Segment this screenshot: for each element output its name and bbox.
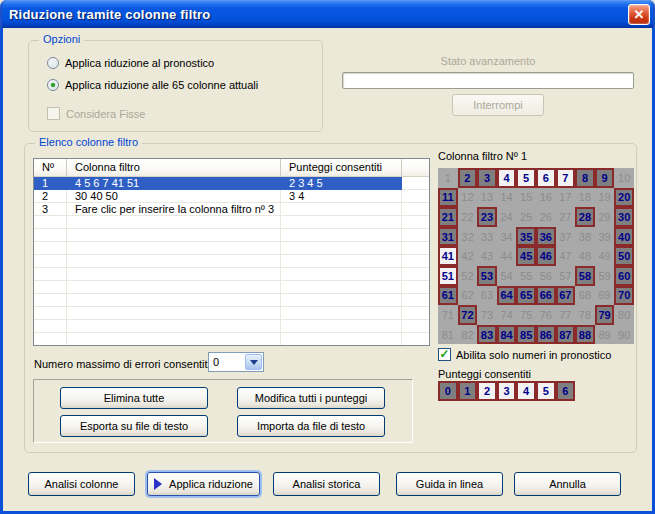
grid-number-cell[interactable]: 74 (497, 305, 517, 325)
grid-number-cell[interactable]: 80 (614, 305, 634, 325)
grid-number-cell[interactable]: 62 (458, 286, 478, 306)
checkbox-abilita-pronostico[interactable]: ✓ Abilita solo numeri in pronostico (438, 348, 611, 361)
radio-option[interactable]: Applica riduzione al pronostico (47, 57, 214, 69)
grid-number-cell[interactable]: 29 (595, 207, 615, 227)
punteggi-cell[interactable]: 3 (497, 381, 517, 401)
grid-number-cell[interactable]: 55 (516, 266, 536, 286)
column-header[interactable]: Punteggi consentiti (281, 159, 402, 176)
footer-button[interactable]: Guida in linea (396, 472, 503, 496)
punteggi-cell[interactable]: 0 (438, 381, 458, 401)
grid-number-cell[interactable]: 75 (516, 305, 536, 325)
footer-button[interactable]: Analisi colonne (28, 472, 135, 496)
grid-number-cell[interactable]: 8 (575, 168, 595, 188)
grid-number-cell[interactable]: 73 (477, 305, 497, 325)
checkbox-box[interactable]: ✓ (438, 348, 451, 361)
grid-number-cell[interactable]: 69 (595, 286, 615, 306)
grid-number-cell[interactable]: 6 (536, 168, 556, 188)
grid-number-cell[interactable]: 72 (458, 305, 478, 325)
grid-number-cell[interactable]: 61 (438, 286, 458, 306)
grid-number-cell[interactable]: 20 (614, 188, 634, 208)
grid-number-cell[interactable]: 53 (477, 266, 497, 286)
footer-button[interactable]: Analisi storica (273, 472, 380, 496)
grid-number-cell[interactable]: 25 (516, 207, 536, 227)
grid-number-cell[interactable]: 26 (536, 207, 556, 227)
grid-number-cell[interactable]: 32 (458, 227, 478, 247)
grid-number-cell[interactable]: 35 (516, 227, 536, 247)
table-row[interactable] (34, 255, 429, 268)
grid-number-cell[interactable]: 40 (614, 227, 634, 247)
grid-number-cell[interactable]: 87 (556, 325, 576, 345)
table-row[interactable] (34, 268, 429, 281)
grid-number-cell[interactable]: 49 (595, 246, 615, 266)
combo-dropdown-arrow-icon[interactable] (245, 354, 262, 370)
grid-number-cell[interactable]: 11 (438, 188, 458, 208)
grid-number-cell[interactable]: 1 (438, 168, 458, 188)
grid-number-cell[interactable]: 36 (536, 227, 556, 247)
filter-columns-table[interactable]: NºColonna filtroPunteggi consentiti 14 5… (33, 158, 430, 346)
grid-number-cell[interactable]: 45 (516, 246, 536, 266)
action-button[interactable]: Esporta su file di testo (60, 415, 208, 437)
table-row[interactable]: 14 5 6 7 41 512 3 4 5 (34, 177, 429, 190)
grid-number-cell[interactable]: 37 (556, 227, 576, 247)
grid-number-cell[interactable]: 65 (516, 286, 536, 306)
grid-number-cell[interactable]: 46 (536, 246, 556, 266)
grid-number-cell[interactable]: 18 (575, 188, 595, 208)
grid-number-cell[interactable]: 2 (458, 168, 478, 188)
grid-number-cell[interactable]: 33 (477, 227, 497, 247)
grid-number-cell[interactable]: 9 (595, 168, 615, 188)
grid-number-cell[interactable]: 84 (497, 325, 517, 345)
grid-number-cell[interactable]: 22 (458, 207, 478, 227)
grid-number-cell[interactable]: 82 (458, 325, 478, 345)
grid-number-cell[interactable]: 47 (556, 246, 576, 266)
grid-number-cell[interactable]: 90 (614, 325, 634, 345)
grid-number-cell[interactable]: 81 (438, 325, 458, 345)
grid-number-cell[interactable]: 10 (614, 168, 634, 188)
radio-option[interactable]: Applica riduzione alle 65 colonne attual… (47, 79, 258, 91)
radio-icon[interactable] (47, 79, 59, 91)
grid-number-cell[interactable]: 50 (614, 246, 634, 266)
grid-number-cell[interactable]: 57 (556, 266, 576, 286)
action-button[interactable]: Modifica tutti i punteggi (237, 387, 385, 409)
grid-number-cell[interactable]: 31 (438, 227, 458, 247)
grid-number-cell[interactable]: 24 (497, 207, 517, 227)
grid-number-cell[interactable]: 79 (595, 305, 615, 325)
grid-number-cell[interactable]: 86 (536, 325, 556, 345)
grid-number-cell[interactable]: 63 (477, 286, 497, 306)
grid-number-cell[interactable]: 17 (556, 188, 576, 208)
grid-number-cell[interactable]: 27 (556, 207, 576, 227)
punteggi-cell[interactable]: 5 (536, 381, 556, 401)
grid-number-cell[interactable]: 7 (556, 168, 576, 188)
max-errors-combobox[interactable]: 0 (208, 352, 264, 372)
grid-number-cell[interactable]: 78 (575, 305, 595, 325)
grid-number-cell[interactable]: 59 (595, 266, 615, 286)
table-row[interactable] (34, 229, 429, 242)
grid-number-cell[interactable]: 3 (477, 168, 497, 188)
grid-number-cell[interactable]: 56 (536, 266, 556, 286)
grid-number-cell[interactable]: 21 (438, 207, 458, 227)
table-row[interactable] (34, 294, 429, 307)
column-header[interactable]: Nº (34, 159, 67, 176)
grid-number-cell[interactable]: 77 (556, 305, 576, 325)
punteggi-cell[interactable]: 6 (556, 381, 576, 401)
grid-number-cell[interactable]: 68 (575, 286, 595, 306)
grid-number-cell[interactable]: 71 (438, 305, 458, 325)
grid-number-cell[interactable]: 34 (497, 227, 517, 247)
footer-button[interactable]: Annulla (514, 472, 621, 496)
grid-number-cell[interactable]: 76 (536, 305, 556, 325)
grid-number-cell[interactable]: 66 (536, 286, 556, 306)
grid-number-cell[interactable]: 14 (497, 188, 517, 208)
title-bar[interactable]: Riduzione tramite colonne filtro ✕ (0, 0, 655, 28)
column-header[interactable]: Colonna filtro (67, 159, 281, 176)
table-row[interactable]: 230 40 503 4 (34, 190, 429, 203)
grid-number-cell[interactable]: 85 (516, 325, 536, 345)
grid-number-cell[interactable]: 54 (497, 266, 517, 286)
grid-number-cell[interactable]: 5 (516, 168, 536, 188)
grid-number-cell[interactable]: 30 (614, 207, 634, 227)
grid-number-cell[interactable]: 58 (575, 266, 595, 286)
table-row[interactable] (34, 281, 429, 294)
grid-number-cell[interactable]: 39 (595, 227, 615, 247)
grid-number-cell[interactable]: 15 (516, 188, 536, 208)
grid-number-cell[interactable]: 70 (614, 286, 634, 306)
close-button[interactable]: ✕ (628, 4, 650, 25)
action-button[interactable]: Elimina tutte (60, 387, 208, 409)
